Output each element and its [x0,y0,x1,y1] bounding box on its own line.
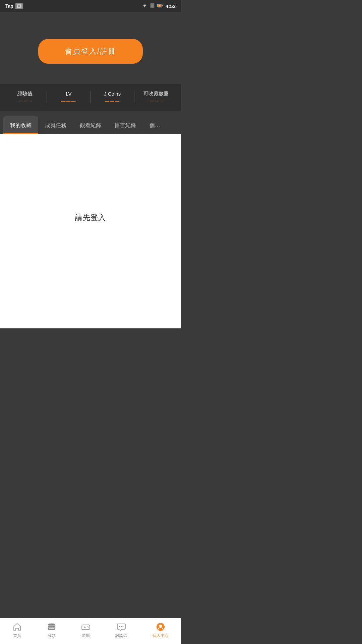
status-bar: Tap [0,0,181,12]
sim-icon [150,3,155,9]
stat-experience-value: ——— [17,99,33,104]
tap-logo: Tap [5,3,13,9]
svg-point-1 [18,5,20,7]
stat-collectible: 可收藏數量 ——— [134,91,178,104]
main-content: 請先登入 [0,134,181,302]
stat-lv: LV ——— [47,91,90,104]
tab-watch-history[interactable]: 觀看紀錄 [73,116,108,134]
battery-icon [157,3,163,9]
photo-icon [15,3,23,9]
stat-lv-label: LV [66,91,71,97]
stat-experience-label: 經驗值 [17,91,33,97]
top-section: 會員登入/註冊 [0,12,181,84]
wifi-icon [142,3,147,9]
svg-rect-9 [162,5,163,6]
tabs-row: 我的收藏 成就任務 觀看紀錄 留言紀錄 個… [0,116,181,134]
status-right: 4:53 [142,3,176,9]
stats-row: 經驗值 ——— LV ——— J Coins ——— 可收藏數量 ——— [0,84,181,111]
time-display: 4:53 [166,3,176,9]
stat-lv-value: ——— [61,99,76,104]
stat-jcoins-value: ——— [105,99,120,104]
stat-collectible-value: ——— [148,99,164,104]
status-left: Tap [5,3,23,9]
svg-rect-4 [151,4,154,7]
stat-jcoins-label: J Coins [104,91,121,97]
tab-comment-history[interactable]: 留言紀錄 [108,116,143,134]
tab-personal[interactable]: 個… [143,116,167,134]
login-register-button[interactable]: 會員登入/註冊 [38,39,143,64]
tab-achievements[interactable]: 成就任務 [38,116,73,134]
svg-point-2 [144,7,145,8]
tab-my-collection[interactable]: 我的收藏 [3,116,38,134]
please-login-text: 請先登入 [75,213,106,223]
stat-collectible-label: 可收藏數量 [143,91,169,97]
stat-experience: 經驗值 ——— [3,91,47,104]
stat-jcoins: J Coins ——— [91,91,134,104]
